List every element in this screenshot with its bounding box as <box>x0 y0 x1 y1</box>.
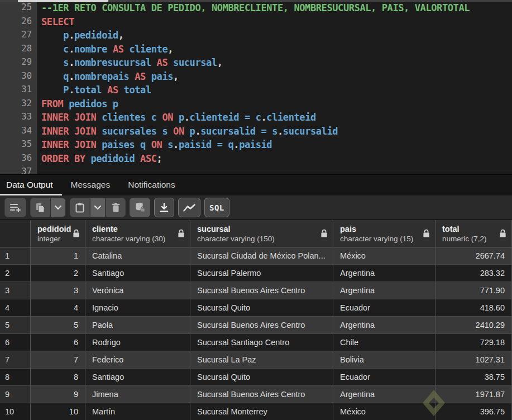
code-line[interactable]: 37 <box>0 166 512 174</box>
row-number[interactable]: 6 <box>0 334 31 351</box>
graph-visualiser-button[interactable] <box>178 198 200 217</box>
cell-cliente[interactable]: Santiago <box>85 265 190 281</box>
cell-total[interactable]: 38.75 <box>436 369 512 385</box>
tab-data-output[interactable]: Data Output <box>0 175 62 195</box>
sql-editor[interactable]: 25--1ER RETO CONSULTA DE PEDIDO, NOMBREC… <box>0 0 512 174</box>
cell-sucursal[interactable]: Sucursal Buenos Aires Centro <box>190 386 333 403</box>
cell-sucursal[interactable]: Sucursal Santiago Centro <box>190 334 333 351</box>
cell-pedidoid[interactable]: 7 <box>31 351 85 368</box>
cell-total[interactable]: 729.18 <box>436 334 512 351</box>
cell-pais[interactable]: México <box>333 247 436 264</box>
cell-pais[interactable]: Argentina <box>333 282 436 299</box>
copy-button[interactable] <box>30 198 50 217</box>
save-data-changes-button[interactable] <box>130 198 150 217</box>
cell-cliente[interactable]: Ignacio <box>85 299 190 316</box>
cell-pais[interactable]: Bolivia <box>333 351 436 368</box>
cell-pais[interactable]: Argentina <box>333 265 436 281</box>
cell-cliente[interactable]: Catalina <box>85 247 190 264</box>
code-line[interactable]: 26SELECT <box>0 16 512 30</box>
column-header-pais[interactable]: paischaracter varying (15) <box>333 220 436 247</box>
editor-scrollbar-thumb[interactable] <box>18 0 108 2</box>
cell-sucursal[interactable]: Sucursal Buenos Aires Centro <box>190 317 333 333</box>
code-line[interactable]: 32FROM pedidos p <box>0 98 512 112</box>
row-number[interactable]: 10 <box>0 403 31 420</box>
tab-messages[interactable]: Messages <box>62 175 119 195</box>
cell-pais[interactable]: Ecuador <box>333 369 436 385</box>
cell-sucursal[interactable]: Sucursal Quito <box>190 299 333 316</box>
cell-pedidoid[interactable]: 1 <box>31 247 85 264</box>
paste-dropdown-button[interactable] <box>90 198 106 217</box>
add-row-button[interactable] <box>4 198 26 217</box>
line-number: 33 <box>0 112 37 126</box>
cell-sucursal[interactable]: Sucursal Ciudad de México Polan... <box>190 247 333 264</box>
cell-pedidoid[interactable]: 2 <box>31 265 85 281</box>
row-number[interactable]: 1 <box>0 247 31 264</box>
download-csv-button[interactable] <box>154 198 174 217</box>
row-number[interactable]: 4 <box>0 299 31 316</box>
cell-sucursal[interactable]: Sucursal Quito <box>190 369 333 385</box>
cell-cliente[interactable]: Federico <box>85 351 190 368</box>
code-line[interactable]: 25--1ER RETO CONSULTA DE PEDIDO, NOMBREC… <box>0 2 512 16</box>
cell-pais[interactable]: Ecuador <box>333 299 436 316</box>
row-number[interactable]: 9 <box>0 386 31 403</box>
cell-total[interactable]: 396.75 <box>436 403 512 420</box>
delete-icon <box>112 203 120 212</box>
row-number[interactable]: 3 <box>0 282 31 299</box>
cell-cliente[interactable]: Paola <box>85 317 190 333</box>
cell-pedidoid[interactable]: 6 <box>31 334 85 351</box>
cell-total[interactable]: 2410.29 <box>436 317 512 333</box>
cell-pedidoid[interactable]: 10 <box>31 403 85 420</box>
row-number[interactable]: 2 <box>0 265 31 281</box>
cell-cliente[interactable]: Rodrigo <box>85 334 190 351</box>
code-line[interactable]: 34INNER JOIN sucursales s ON p.sucursali… <box>0 126 512 140</box>
cell-sucursal[interactable]: Sucursal Palermo <box>190 265 333 281</box>
cell-pais[interactable]: Argentina <box>333 386 436 403</box>
cell-total[interactable]: 2667.74 <box>436 247 512 264</box>
code-line[interactable]: 27 p.pedidoid, <box>0 30 512 44</box>
code-line[interactable]: 36ORDER BY pedidoid ASC; <box>0 153 512 167</box>
delete-row-button[interactable] <box>106 198 126 217</box>
code-line[interactable]: 33INNER JOIN clientes c ON p.clienteid =… <box>0 112 512 126</box>
row-number[interactable]: 5 <box>0 317 31 333</box>
cell-pais[interactable]: México <box>333 403 436 420</box>
cell-pedidoid[interactable]: 8 <box>31 369 85 385</box>
cell-pais[interactable]: Chile <box>333 334 436 351</box>
cell-pedidoid[interactable]: 9 <box>31 386 85 403</box>
cell-cliente[interactable]: Verónica <box>85 282 190 299</box>
code-line[interactable]: 31 P.total AS total <box>0 84 512 98</box>
cell-total[interactable]: 418.60 <box>436 299 512 316</box>
column-header-pedidoid[interactable]: pedidoidinteger <box>31 220 85 247</box>
table-row: 44IgnacioSucursal QuitoEcuador418.60 <box>0 299 512 317</box>
code-line[interactable]: 29 s.nombresucursal AS sucursal, <box>0 57 512 71</box>
cell-pedidoid[interactable]: 4 <box>31 299 85 316</box>
cell-pedidoid[interactable]: 3 <box>31 282 85 299</box>
editor-scrollbar[interactable] <box>0 0 512 2</box>
cell-total[interactable]: 771.90 <box>436 282 512 299</box>
cell-total[interactable]: 1971.87 <box>436 386 512 403</box>
column-header-total[interactable]: totalnumeric (7,2) <box>436 220 512 247</box>
tab-notifications[interactable]: Notifications <box>119 175 184 195</box>
cell-cliente[interactable]: Martín <box>85 403 190 420</box>
cell-sucursal[interactable]: Sucursal Monterrey <box>190 403 333 420</box>
copy-dropdown-button[interactable] <box>50 198 66 217</box>
grid-corner-cell[interactable] <box>0 220 31 247</box>
cell-cliente[interactable]: Santiago <box>85 369 190 385</box>
column-header-sucursal[interactable]: sucursalcharacter varying (150) <box>190 220 333 247</box>
code-line[interactable]: 30 q.nombrepais AS pais, <box>0 71 512 85</box>
column-header-cliente[interactable]: clientecharacter varying (30) <box>85 220 190 247</box>
cell-total[interactable]: 283.32 <box>436 265 512 281</box>
cell-sucursal[interactable]: Sucursal Buenos Aires Centro <box>190 282 333 299</box>
table-row: 22SantiagoSucursal PalermoArgentina283.3… <box>0 265 512 282</box>
cell-cliente[interactable]: Jimena <box>85 386 190 403</box>
row-number[interactable]: 7 <box>0 351 31 368</box>
cell-sucursal[interactable]: Sucursal La Paz <box>190 351 333 368</box>
lock-icon <box>178 229 185 238</box>
cell-pais[interactable]: Argentina <box>333 317 436 333</box>
cell-total[interactable]: 1027.31 <box>436 351 512 368</box>
code-line[interactable]: 35INNER JOIN paises q ON s.paisid = q.pa… <box>0 139 512 153</box>
paste-button[interactable] <box>70 198 90 217</box>
sql-button[interactable]: SQL <box>204 198 229 217</box>
code-line[interactable]: 28 c.nombre AS cliente, <box>0 44 512 58</box>
row-number[interactable]: 8 <box>0 369 31 385</box>
cell-pedidoid[interactable]: 5 <box>31 317 85 333</box>
